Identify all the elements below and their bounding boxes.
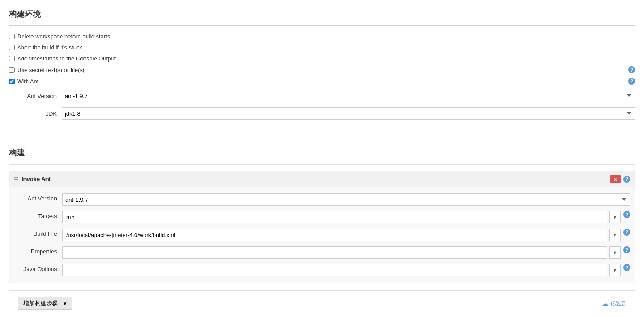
drag-handle-icon[interactable] <box>14 177 18 181</box>
secret-text-help-icon[interactable]: ? <box>628 66 635 73</box>
secret-text-checkbox[interactable] <box>9 67 15 73</box>
properties-help-icon[interactable]: ? <box>623 246 630 253</box>
build-file-label: Build File <box>14 229 62 237</box>
logo-icon: ☁ <box>602 299 609 308</box>
checkbox-row-abort-stuck: Abort the build if it's stuck <box>9 42 635 53</box>
targets-input[interactable] <box>62 211 607 223</box>
logo-text: 亿速云 <box>610 300 626 307</box>
jdk-field-row: JDK jdk1.8 <box>18 105 635 122</box>
java-options-row: Java Options ▼ ? <box>14 261 630 279</box>
build-file-expand-button[interactable]: ▼ <box>609 229 621 241</box>
abort-stuck-checkbox[interactable] <box>9 45 15 50</box>
page-container: 构建环境 Delete workspace before build start… <box>0 0 644 317</box>
invoke-ant-title-area: Invoke Ant <box>14 176 51 182</box>
jdk-label: JDK <box>18 110 62 117</box>
build-file-help-icon[interactable]: ? <box>623 229 630 236</box>
build-title: 构建 <box>9 143 635 165</box>
build-env-section: 构建环境 Delete workspace before build start… <box>0 0 644 129</box>
build-section: 构建 Invoke Ant x ? Ant Version <box>0 139 644 317</box>
ant-version-build-content: ant-1.9.7 <box>62 193 630 206</box>
java-options-label: Java Options <box>14 264 62 272</box>
add-step-label: 增加构建步骤 <box>23 299 58 307</box>
bottom-bar: 增加构建步骤 ▾ ☁ 亿速云 <box>9 290 635 316</box>
section-divider <box>0 134 644 134</box>
build-file-content: ▼ <box>62 229 621 241</box>
invoke-ant-body: Ant Version ant-1.9.7 Targets ▼ ? <box>9 187 635 283</box>
java-options-expand-button[interactable]: ▼ <box>609 264 621 276</box>
checkbox-row-timestamps: Add timestamps to the Console Output <box>9 53 635 64</box>
properties-row: Properties ▼ ? <box>14 244 630 261</box>
build-file-input[interactable] <box>62 229 607 241</box>
java-options-input[interactable] <box>62 264 607 276</box>
with-ant-checkbox[interactable] <box>9 79 15 84</box>
timestamps-checkbox[interactable] <box>9 56 15 61</box>
abort-stuck-label: Abort the build if it's stuck <box>17 44 82 51</box>
properties-label: Properties <box>14 246 62 255</box>
with-ant-row: With Ant ? <box>9 75 635 87</box>
properties-expand-button[interactable]: ▼ <box>609 246 621 259</box>
ant-version-label: Ant Version <box>18 93 62 99</box>
invoke-ant-label: Invoke Ant <box>22 176 51 182</box>
checkbox-row-secret-text: Use secret text(s) or file(s) ? <box>9 64 635 75</box>
invoke-ant-actions: x ? <box>610 175 630 183</box>
delete-workspace-checkbox[interactable] <box>9 34 15 39</box>
timestamps-label: Add timestamps to the Console Output <box>17 55 116 62</box>
checkbox-row-delete-workspace: Delete workspace before build starts <box>9 31 635 42</box>
invoke-ant-header: Invoke Ant x ? <box>9 171 635 187</box>
invoke-ant-card: Invoke Ant x ? Ant Version ant-1.9.7 <box>9 171 635 283</box>
ant-version-field-row: Ant Version ant-1.9.7 <box>18 87 635 105</box>
delete-invoke-ant-button[interactable]: x <box>610 175 621 183</box>
ant-version-build-label: Ant Version <box>14 193 62 202</box>
targets-label: Targets <box>14 211 62 219</box>
logo-area: ☁ 亿速云 <box>602 299 626 308</box>
ant-version-build-select[interactable]: ant-1.9.7 <box>62 193 630 206</box>
add-step-button[interactable]: 增加构建步骤 ▾ <box>18 297 72 310</box>
java-options-help-icon[interactable]: ? <box>623 264 630 271</box>
java-options-content: ▼ <box>62 264 621 276</box>
targets-content: ▼ <box>62 211 621 223</box>
secret-text-label: Use secret text(s) or file(s) <box>17 67 84 73</box>
invoke-ant-help-icon[interactable]: ? <box>623 176 630 183</box>
properties-content: ▼ <box>62 246 621 259</box>
targets-help-icon[interactable]: ? <box>623 211 630 218</box>
jdk-select[interactable]: jdk1.8 <box>62 107 635 120</box>
targets-row: Targets ▼ ? <box>14 208 630 226</box>
build-env-title: 构建环境 <box>9 4 635 26</box>
with-ant-label: With Ant <box>17 78 38 85</box>
ant-version-build-row: Ant Version ant-1.9.7 <box>14 191 630 208</box>
ant-version-select[interactable]: ant-1.9.7 <box>62 90 635 102</box>
add-step-dropdown-icon[interactable]: ▾ <box>61 300 67 306</box>
build-file-row: Build File ▼ ? <box>14 226 630 244</box>
targets-expand-button[interactable]: ▼ <box>609 211 621 223</box>
properties-input[interactable] <box>62 246 607 259</box>
with-ant-help-icon[interactable]: ? <box>628 78 635 85</box>
delete-workspace-label: Delete workspace before build starts <box>17 33 110 40</box>
